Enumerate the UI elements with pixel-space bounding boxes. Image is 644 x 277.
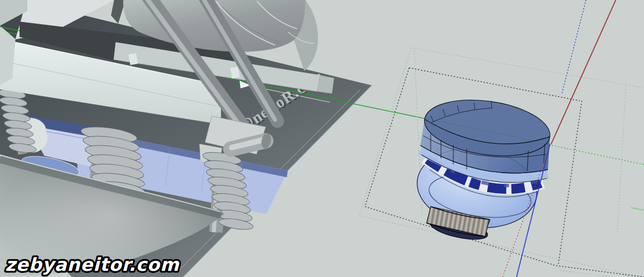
scene-3d[interactable]: @neitoR.com @neitoR.com	[0, 0, 644, 277]
cad-viewport[interactable]: @neitoR.com @neitoR.com	[0, 0, 644, 277]
flange-end-cap	[317, 75, 334, 94]
watermark-text: zebyaneitor.com	[5, 254, 179, 275]
